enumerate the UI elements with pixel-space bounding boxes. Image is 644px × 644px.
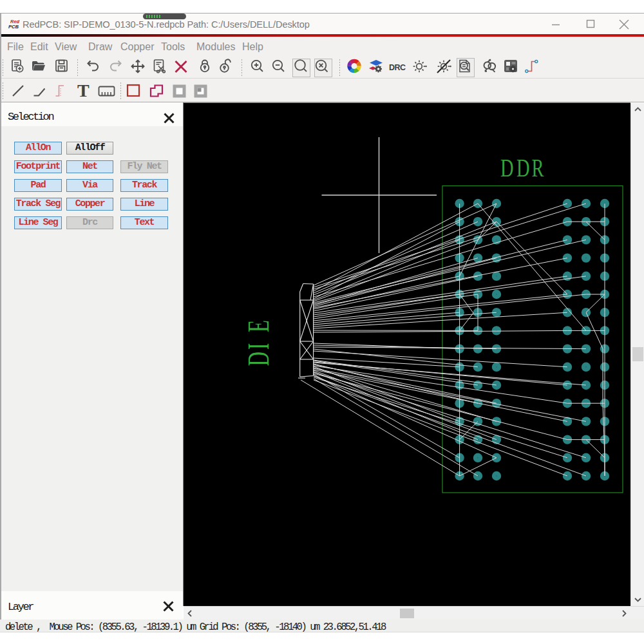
svg-text:R: R [532, 155, 544, 182]
svg-text:E: E [242, 320, 275, 332]
svg-text:D: D [242, 352, 275, 366]
svg-text:D: D [516, 155, 530, 182]
svg-text:D: D [500, 155, 514, 182]
svg-text:DRC: DRC [389, 63, 406, 72]
svg-text:PCB: PCB [8, 24, 19, 29]
svg-text:T: T [77, 82, 90, 99]
svg-text:I: I [242, 343, 275, 350]
